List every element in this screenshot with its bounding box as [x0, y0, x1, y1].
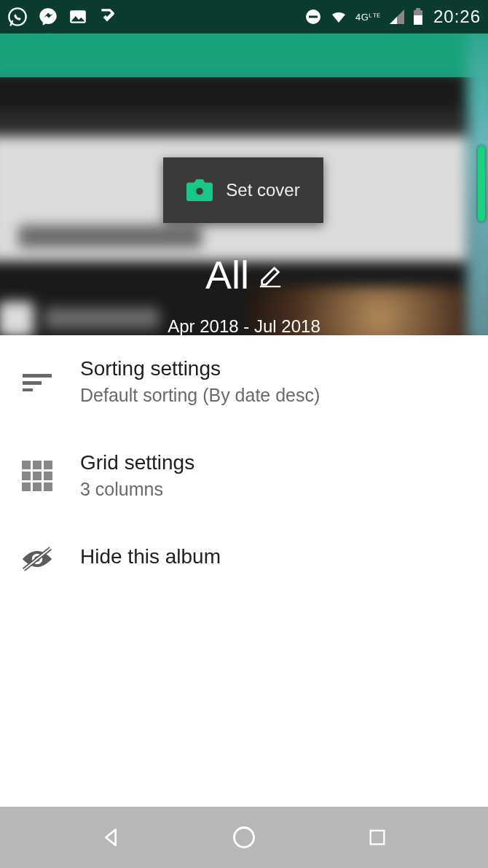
messenger-icon — [38, 7, 58, 27]
album-name: All — [205, 252, 249, 297]
svg-rect-11 — [23, 388, 33, 391]
svg-rect-14 — [44, 461, 52, 469]
svg-rect-12 — [22, 461, 31, 469]
signal-icon — [388, 8, 406, 26]
album-date-range: Apr 2018 - Jul 2018 — [0, 316, 488, 335]
navigation-bar — [0, 807, 488, 868]
settings-panel: Sorting settings Default sorting (By dat… — [0, 335, 488, 807]
status-right: 4Gᴸᵀᴱ 20:26 — [304, 7, 481, 27]
sorting-subtitle: Default sorting (By date desc) — [80, 385, 320, 406]
back-button[interactable] — [89, 816, 133, 859]
dnd-icon — [304, 8, 322, 26]
svg-rect-15 — [22, 472, 31, 480]
hide-icon — [19, 546, 55, 572]
svg-rect-25 — [371, 831, 385, 845]
hide-title: Hide this album — [80, 545, 221, 568]
hide-album-item[interactable]: Hide this album — [0, 523, 488, 596]
status-left — [7, 7, 117, 27]
grid-subtitle: 3 columns — [80, 479, 194, 500]
svg-rect-6 — [416, 8, 420, 10]
grid-icon — [19, 461, 55, 491]
sort-icon — [19, 372, 55, 391]
status-bar: 4Gᴸᵀᴱ 20:26 — [0, 0, 488, 34]
svg-rect-18 — [22, 482, 31, 491]
svg-rect-3 — [309, 16, 318, 18]
battery-icon — [413, 8, 423, 26]
album-title-row[interactable]: All — [0, 252, 488, 297]
edit-icon[interactable] — [258, 264, 283, 289]
grid-settings-item[interactable]: Grid settings 3 columns — [0, 429, 488, 523]
svg-rect-5 — [414, 15, 422, 25]
sorting-title: Sorting settings — [80, 357, 320, 380]
set-cover-button[interactable]: Set cover — [163, 157, 323, 223]
grid-title: Grid settings — [80, 451, 194, 474]
wifi-icon — [329, 8, 348, 26]
photos-icon — [68, 7, 87, 26]
whatsapp-icon — [7, 7, 28, 27]
svg-rect-17 — [44, 472, 52, 480]
camera-icon — [186, 179, 213, 201]
album-header: Set cover All Apr 2018 - Jul 2018 — [0, 34, 488, 335]
scroll-indicator[interactable] — [478, 146, 485, 222]
home-button[interactable] — [222, 816, 266, 859]
svg-rect-19 — [33, 482, 42, 491]
svg-point-24 — [234, 828, 253, 848]
sorting-settings-item[interactable]: Sorting settings Default sorting (By dat… — [0, 335, 488, 429]
svg-rect-10 — [23, 381, 42, 385]
svg-rect-20 — [44, 482, 52, 491]
svg-rect-16 — [33, 472, 42, 480]
recents-button[interactable] — [355, 816, 399, 859]
set-cover-label: Set cover — [226, 180, 299, 200]
habit-icon — [98, 7, 117, 26]
svg-rect-9 — [23, 374, 52, 378]
clock: 20:26 — [433, 7, 481, 27]
network-type: 4Gᴸᵀᴱ — [355, 12, 381, 22]
svg-rect-13 — [33, 461, 42, 469]
